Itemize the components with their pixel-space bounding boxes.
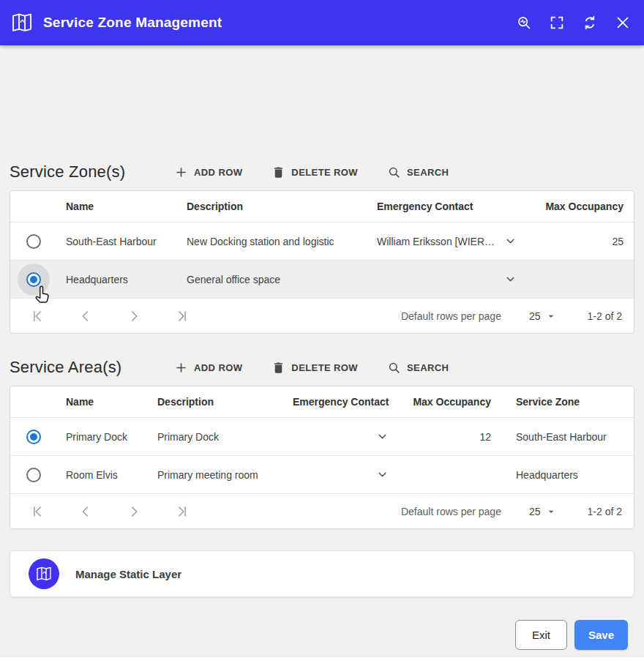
zones-toolbar: ADD ROW DELETE ROW SEARCH — [174, 165, 449, 179]
chevron-down-icon[interactable] — [504, 235, 517, 247]
column-header-service-zone: Service Zone — [500, 396, 634, 408]
description-cell[interactable]: New Docking station and logistic — [178, 236, 368, 247]
plus-icon — [174, 361, 188, 375]
fullscreen-icon[interactable] — [549, 15, 565, 31]
description-cell[interactable]: Primary Dock — [149, 431, 284, 443]
trash-icon — [272, 165, 285, 179]
dialog-header: Service Zone Management — [0, 0, 644, 45]
areas-add-row-label: ADD ROW — [194, 362, 242, 373]
rows-per-page-label: Default rows per page — [401, 310, 501, 322]
column-header-description: Description — [178, 201, 368, 212]
previous-page-icon[interactable] — [78, 308, 94, 324]
name-cell[interactable]: Headquarters — [57, 274, 178, 285]
pagination-nav — [29, 504, 190, 520]
zones-delete-row-button[interactable]: DELETE ROW — [272, 165, 358, 179]
save-button[interactable]: Save — [574, 620, 628, 650]
emergency-contact-cell[interactable] — [284, 468, 397, 481]
emergency-contact-cell[interactable]: William Eriksson [WIER… — [368, 235, 525, 247]
name-cell[interactable]: Room Elvis — [57, 469, 149, 481]
row-radio-selected[interactable] — [26, 272, 41, 287]
first-page-icon[interactable] — [29, 308, 45, 324]
first-page-icon[interactable] — [29, 504, 45, 520]
manage-static-layer-card[interactable]: Manage Static Layer — [10, 550, 634, 597]
areas-delete-row-button[interactable]: DELETE ROW — [272, 361, 358, 375]
table-row: Primary Dock Primary Dock 12 South-East … — [10, 417, 634, 455]
zones-add-row-button[interactable]: ADD ROW — [174, 165, 242, 179]
row-radio-unselected[interactable] — [26, 234, 41, 249]
inspect-search-icon[interactable] — [516, 15, 532, 31]
column-header-emergency-contact: Emergency Contact — [284, 396, 397, 408]
areas-pagination: Default rows per page 25 1-2 of 2 — [10, 493, 634, 528]
search-icon — [387, 165, 401, 179]
pagination-range: 1-2 of 2 — [588, 310, 622, 322]
zones-search-label: SEARCH — [407, 167, 449, 178]
chevron-down-icon[interactable] — [376, 430, 389, 443]
dialog-content: Service Zone(s) ADD ROW DELETE ROW SEARC… — [0, 45, 644, 657]
previous-page-icon[interactable] — [78, 504, 94, 520]
column-header-max-occupancy: Max Occupancy — [397, 396, 500, 408]
rows-per-page-select[interactable]: 25 — [529, 310, 557, 322]
areas-table-header: Name Description Emergency Contact Max O… — [10, 386, 634, 417]
description-cell[interactable]: Primary meeting room — [149, 469, 284, 481]
row-select-cell — [10, 234, 57, 249]
areas-section-title: Service Area(s) — [10, 358, 174, 377]
column-header-name: Name — [57, 201, 178, 212]
table-row: Room Elvis Primary meeting room Headquar… — [10, 455, 634, 493]
max-occupancy-cell[interactable]: 12 — [397, 431, 500, 443]
areas-add-row-button[interactable]: ADD ROW — [174, 361, 242, 375]
zones-delete-row-label: DELETE ROW — [291, 167, 358, 178]
manage-static-layer-label: Manage Static Layer — [75, 568, 181, 580]
refresh-icon[interactable] — [582, 15, 598, 31]
zones-pagination: Default rows per page 25 1-2 of 2 — [10, 298, 634, 333]
dropdown-arrow-icon — [545, 506, 557, 517]
service-zone-cell[interactable]: South-East Harbour — [500, 431, 634, 443]
last-page-icon[interactable] — [174, 504, 190, 520]
emergency-contact-value: William Eriksson [WIER… — [377, 236, 495, 247]
max-occupancy-cell[interactable]: 25 — [525, 236, 634, 247]
zones-table-header: Name Description Emergency Contact Max O… — [10, 191, 634, 222]
dialog-footer: Exit Save — [16, 620, 628, 650]
areas-toolbar: ADD ROW DELETE ROW SEARCH — [174, 361, 449, 375]
search-icon — [387, 361, 401, 375]
table-row: Headquarters General office space — [10, 260, 634, 298]
next-page-icon[interactable] — [126, 504, 142, 520]
description-cell[interactable]: General office space — [178, 274, 368, 285]
areas-search-button[interactable]: SEARCH — [387, 361, 449, 375]
zones-section-header: Service Zone(s) ADD ROW DELETE ROW SEARC… — [10, 45, 634, 182]
map-icon — [10, 11, 34, 34]
name-cell[interactable]: Primary Dock — [57, 431, 149, 443]
zones-section-title: Service Zone(s) — [10, 162, 174, 182]
row-select-cell — [10, 430, 57, 444]
exit-button[interactable]: Exit — [515, 620, 567, 650]
rows-per-page-select[interactable]: 25 — [529, 506, 557, 517]
row-radio-selected[interactable] — [26, 430, 41, 444]
emergency-contact-cell[interactable] — [368, 273, 525, 285]
map-avatar-icon — [29, 558, 59, 589]
row-select-cell — [10, 468, 57, 482]
emergency-contact-cell[interactable] — [284, 430, 397, 443]
areas-table: Name Description Emergency Contact Max O… — [10, 386, 634, 529]
zones-add-row-label: ADD ROW — [194, 167, 242, 178]
dropdown-arrow-icon — [545, 310, 557, 322]
rows-per-page-label: Default rows per page — [401, 506, 501, 517]
name-cell[interactable]: South-East Harbour — [57, 236, 178, 247]
service-zone-cell[interactable]: Headquarters — [500, 469, 634, 481]
trash-icon — [272, 361, 285, 375]
column-header-description: Description — [149, 396, 284, 408]
areas-section-header: Service Area(s) ADD ROW DELETE ROW SEARC… — [10, 334, 634, 377]
zones-table: Name Description Emergency Contact Max O… — [10, 190, 634, 334]
close-icon[interactable] — [615, 15, 631, 31]
last-page-icon[interactable] — [174, 308, 190, 324]
chevron-down-icon[interactable] — [504, 273, 517, 285]
column-header-max-occupancy: Max Occupancy — [525, 201, 634, 212]
column-header-emergency-contact: Emergency Contact — [368, 201, 525, 212]
areas-delete-row-label: DELETE ROW — [291, 362, 358, 373]
radio-ripple-halo — [18, 263, 50, 296]
plus-icon — [174, 165, 188, 179]
row-radio-unselected[interactable] — [26, 468, 41, 482]
chevron-down-icon[interactable] — [376, 468, 389, 481]
zones-search-button[interactable]: SEARCH — [387, 165, 449, 179]
titlebar-actions — [516, 15, 631, 31]
areas-search-label: SEARCH — [407, 362, 449, 373]
next-page-icon[interactable] — [126, 308, 142, 324]
